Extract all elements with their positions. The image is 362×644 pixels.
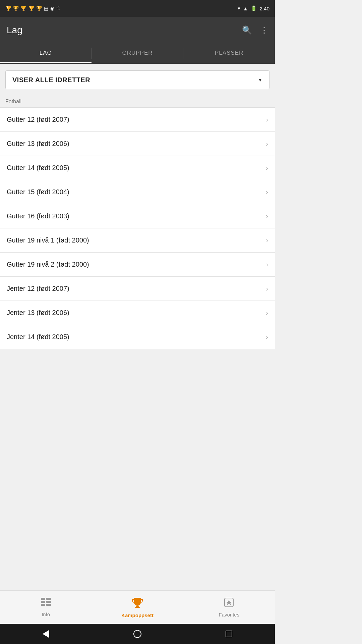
chevron-right-icon: › <box>266 261 268 268</box>
trophy-icon-4: 🏆 <box>28 6 34 11</box>
status-icons: 🏆 🏆 🏆 🏆 🏆 ▤ ◉ 🛡 <box>5 6 61 11</box>
tab-bar: LAG GRUPPER PLASSER <box>0 44 275 64</box>
svg-rect-3 <box>46 598 51 600</box>
tab-plasser[interactable]: PLASSER <box>183 44 275 63</box>
recent-icon <box>226 631 232 637</box>
chevron-right-icon: › <box>266 285 268 292</box>
list-item[interactable]: Jenter 13 (født 2006) › <box>0 301 275 325</box>
svg-marker-9 <box>226 600 232 605</box>
chevron-right-icon: › <box>266 188 268 196</box>
shield-icon: 🛡 <box>56 6 61 11</box>
nav-item-info[interactable]: Info <box>0 591 92 624</box>
svg-rect-1 <box>41 601 45 603</box>
filter-label: VISER ALLE IDRETTER <box>12 76 90 84</box>
battery-icon: 🔋 <box>251 5 257 11</box>
list-item[interactable]: Gutter 14 (født 2005) › <box>0 156 275 180</box>
info-icon <box>41 598 51 609</box>
tab-lag[interactable]: LAG <box>0 44 92 63</box>
list-item[interactable]: Gutter 16 (født 2003) › <box>0 204 275 228</box>
back-icon <box>43 630 49 638</box>
back-button[interactable] <box>39 627 53 641</box>
svg-rect-6 <box>136 606 139 607</box>
chevron-right-icon: › <box>266 212 268 220</box>
list-item[interactable]: Gutter 15 (født 2004) › <box>0 180 275 204</box>
main-content: VISER ALLE IDRETTER ▼ Fotball Gutter 12 … <box>0 64 275 349</box>
nav-label-favorites: Favorites <box>219 612 239 618</box>
nav-label-kampoppsett: Kampoppsett <box>121 612 154 618</box>
chevron-right-icon: › <box>266 140 268 148</box>
trophy-nav-icon <box>132 597 143 610</box>
status-right-icons: ▾ ▲ 🔋 2:40 <box>238 5 269 11</box>
chevron-down-icon: ▼ <box>258 77 262 83</box>
svg-rect-0 <box>41 598 45 600</box>
nav-item-kampoppsett[interactable]: Kampoppsett <box>92 591 183 624</box>
chevron-right-icon: › <box>266 116 268 123</box>
chevron-right-icon: › <box>266 236 268 244</box>
signal-icon: ▲ <box>243 6 248 11</box>
list-item[interactable]: Gutter 19 nivå 1 (født 2000) › <box>0 228 275 253</box>
star-icon <box>224 597 234 610</box>
section-header-fotball: Fotball <box>0 96 275 107</box>
bottom-nav: Info Kampoppsett Favorites <box>0 590 275 624</box>
app-header: Lag 🔍 ⋮ <box>0 17 275 44</box>
chevron-right-icon: › <box>266 309 268 317</box>
svg-rect-4 <box>46 601 51 603</box>
list-item[interactable]: Gutter 19 nivå 2 (født 2000) › <box>0 253 275 277</box>
home-button[interactable] <box>131 627 144 641</box>
time-display: 2:40 <box>260 6 269 11</box>
nav-item-favorites[interactable]: Favorites <box>183 591 275 624</box>
trophy-icon-2: 🏆 <box>13 6 19 11</box>
recent-apps-button[interactable] <box>222 627 236 641</box>
more-options-icon[interactable]: ⋮ <box>260 25 268 35</box>
svg-rect-2 <box>41 604 45 606</box>
list-item[interactable]: Gutter 12 (født 2007) › <box>0 108 275 132</box>
filter-container: VISER ALLE IDRETTER ▼ <box>0 64 275 96</box>
nav-label-info: Info <box>42 611 50 617</box>
search-icon[interactable]: 🔍 <box>242 25 252 35</box>
device-nav-bar <box>0 624 275 644</box>
list-item[interactable]: Jenter 12 (født 2007) › <box>0 277 275 301</box>
trophy-icon-3: 🏆 <box>21 6 26 11</box>
status-bar: 🏆 🏆 🏆 🏆 🏆 ▤ ◉ 🛡 ▾ ▲ 🔋 2:40 <box>0 0 275 17</box>
chevron-right-icon: › <box>266 164 268 172</box>
sync-icon: ◉ <box>50 6 54 11</box>
svg-rect-5 <box>46 604 51 606</box>
home-icon <box>133 630 141 638</box>
header-actions: 🔍 ⋮ <box>242 25 268 35</box>
trophy-icon-1: 🏆 <box>5 6 11 11</box>
wifi-icon: ▾ <box>238 5 240 11</box>
tab-grupper[interactable]: GRUPPER <box>92 44 183 63</box>
list-item[interactable]: Gutter 13 (født 2006) › <box>0 132 275 156</box>
list-item[interactable]: Jenter 14 (født 2005) › <box>0 325 275 349</box>
app-title: Lag <box>7 25 22 36</box>
teams-list: Gutter 12 (født 2007) › Gutter 13 (født … <box>0 107 275 349</box>
sd-card-icon: ▤ <box>44 6 48 11</box>
trophy-icon-5: 🏆 <box>36 6 42 11</box>
svg-rect-7 <box>135 607 140 608</box>
filter-dropdown[interactable]: VISER ALLE IDRETTER ▼ <box>5 70 269 89</box>
chevron-right-icon: › <box>266 333 268 341</box>
